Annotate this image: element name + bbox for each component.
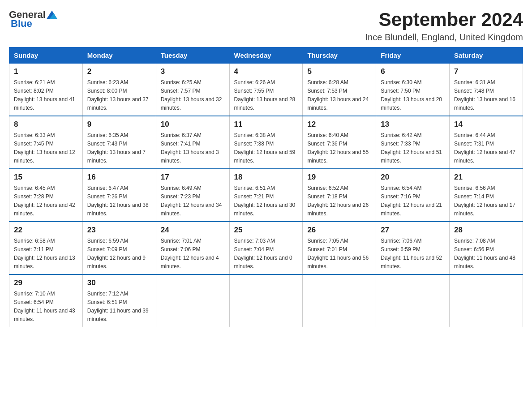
day-info: Sunrise: 6:52 AMSunset: 7:18 PMDaylight:… [307, 185, 369, 217]
day-number: 1 [14, 67, 78, 76]
day-cell [303, 274, 376, 327]
day-cell: 20 Sunrise: 6:54 AMSunset: 7:16 PMDaylig… [376, 169, 450, 222]
day-info: Sunrise: 6:47 AMSunset: 7:26 PMDaylight:… [87, 185, 149, 217]
day-cell: 3 Sunrise: 6:25 AMSunset: 7:57 PMDayligh… [156, 63, 229, 116]
day-number: 2 [87, 67, 151, 76]
day-number: 25 [234, 226, 298, 235]
logo: General Blue [9, 9, 58, 30]
day-number: 29 [14, 278, 78, 287]
day-cell: 25 Sunrise: 7:03 AMSunset: 7:04 PMDaylig… [229, 222, 303, 274]
day-cell: 11 Sunrise: 6:38 AMSunset: 7:38 PMDaylig… [229, 116, 303, 169]
day-number: 5 [307, 67, 371, 76]
week-row-1: 1 Sunrise: 6:21 AMSunset: 8:02 PMDayligh… [9, 63, 523, 116]
day-number: 6 [381, 67, 445, 76]
day-cell [376, 274, 450, 327]
day-info: Sunrise: 6:25 AMSunset: 7:57 PMDaylight:… [161, 79, 222, 111]
day-cell: 27 Sunrise: 7:06 AMSunset: 6:59 PMDaylig… [376, 222, 450, 274]
day-info: Sunrise: 6:56 AMSunset: 7:14 PMDaylight:… [454, 185, 515, 217]
day-cell: 8 Sunrise: 6:33 AMSunset: 7:45 PMDayligh… [9, 116, 83, 169]
week-row-5: 29 Sunrise: 7:10 AMSunset: 6:54 PMDaylig… [9, 274, 523, 327]
day-number: 30 [87, 278, 151, 287]
logo-icon [47, 10, 57, 19]
day-number: 27 [381, 226, 445, 235]
day-info: Sunrise: 6:45 AMSunset: 7:28 PMDaylight:… [14, 185, 75, 217]
day-info: Sunrise: 6:40 AMSunset: 7:36 PMDaylight:… [307, 132, 369, 164]
day-info: Sunrise: 6:54 AMSunset: 7:16 PMDaylight:… [381, 185, 442, 217]
day-info: Sunrise: 6:35 AMSunset: 7:43 PMDaylight:… [87, 132, 146, 164]
day-cell: 14 Sunrise: 6:44 AMSunset: 7:31 PMDaylig… [450, 116, 523, 169]
day-info: Sunrise: 7:03 AMSunset: 7:04 PMDaylight:… [234, 238, 292, 270]
day-info: Sunrise: 6:37 AMSunset: 7:41 PMDaylight:… [161, 132, 219, 164]
day-number: 11 [234, 120, 298, 129]
month-year-title: September 2024 [365, 9, 523, 30]
day-cell: 6 Sunrise: 6:30 AMSunset: 7:50 PMDayligh… [376, 63, 450, 116]
day-info: Sunrise: 6:31 AMSunset: 7:48 PMDaylight:… [454, 79, 515, 111]
day-number: 13 [381, 120, 445, 129]
day-number: 8 [14, 120, 78, 129]
day-number: 18 [234, 173, 298, 182]
location-subtitle: Ince Blundell, England, United Kingdom [365, 32, 523, 43]
day-cell: 26 Sunrise: 7:05 AMSunset: 7:01 PMDaylig… [303, 222, 376, 274]
day-cell [156, 274, 229, 327]
day-cell: 18 Sunrise: 6:51 AMSunset: 7:21 PMDaylig… [229, 169, 303, 222]
header-thursday: Thursday [303, 47, 376, 63]
week-row-3: 15 Sunrise: 6:45 AMSunset: 7:28 PMDaylig… [9, 169, 523, 222]
day-cell: 21 Sunrise: 6:56 AMSunset: 7:14 PMDaylig… [450, 169, 523, 222]
day-info: Sunrise: 6:30 AMSunset: 7:50 PMDaylight:… [381, 79, 442, 111]
day-info: Sunrise: 6:49 AMSunset: 7:23 PMDaylight:… [161, 185, 222, 217]
day-info: Sunrise: 6:28 AMSunset: 7:53 PMDaylight:… [307, 79, 369, 111]
week-row-4: 22 Sunrise: 6:58 AMSunset: 7:11 PMDaylig… [9, 222, 523, 274]
day-cell [229, 274, 303, 327]
day-number: 10 [161, 120, 225, 129]
header-sunday: Sunday [9, 47, 83, 63]
header-tuesday: Tuesday [156, 47, 229, 63]
title-block: September 2024 Ince Blundell, England, U… [365, 9, 523, 43]
day-info: Sunrise: 6:23 AMSunset: 8:00 PMDaylight:… [87, 79, 149, 111]
day-cell: 9 Sunrise: 6:35 AMSunset: 7:43 PMDayligh… [82, 116, 156, 169]
day-number: 7 [454, 67, 518, 76]
day-cell: 13 Sunrise: 6:42 AMSunset: 7:33 PMDaylig… [376, 116, 450, 169]
day-number: 16 [87, 173, 151, 182]
day-info: Sunrise: 6:44 AMSunset: 7:31 PMDaylight:… [454, 132, 515, 164]
day-cell: 1 Sunrise: 6:21 AMSunset: 8:02 PMDayligh… [9, 63, 83, 116]
day-cell: 7 Sunrise: 6:31 AMSunset: 7:48 PMDayligh… [450, 63, 523, 116]
day-info: Sunrise: 6:59 AMSunset: 7:09 PMDaylight:… [87, 238, 146, 270]
day-number: 20 [381, 173, 445, 182]
day-info: Sunrise: 6:38 AMSunset: 7:38 PMDaylight:… [234, 132, 296, 164]
day-cell: 23 Sunrise: 6:59 AMSunset: 7:09 PMDaylig… [82, 222, 156, 274]
header-saturday: Saturday [450, 47, 523, 63]
day-info: Sunrise: 7:12 AMSunset: 6:51 PMDaylight:… [87, 291, 149, 322]
day-cell: 22 Sunrise: 6:58 AMSunset: 7:11 PMDaylig… [9, 222, 83, 274]
weekday-header-row: Sunday Monday Tuesday Wednesday Thursday… [9, 47, 523, 63]
day-cell: 4 Sunrise: 6:26 AMSunset: 7:55 PMDayligh… [229, 63, 303, 116]
day-info: Sunrise: 6:26 AMSunset: 7:55 PMDaylight:… [234, 79, 296, 111]
day-number: 21 [454, 173, 518, 182]
day-info: Sunrise: 6:21 AMSunset: 8:02 PMDaylight:… [14, 79, 75, 111]
logo-blue: Blue [11, 18, 32, 30]
day-number: 28 [454, 226, 518, 235]
week-row-2: 8 Sunrise: 6:33 AMSunset: 7:45 PMDayligh… [9, 116, 523, 169]
day-info: Sunrise: 6:33 AMSunset: 7:45 PMDaylight:… [14, 132, 75, 164]
day-cell: 29 Sunrise: 7:10 AMSunset: 6:54 PMDaylig… [9, 274, 83, 327]
header-monday: Monday [82, 47, 156, 63]
day-cell: 28 Sunrise: 7:08 AMSunset: 6:56 PMDaylig… [450, 222, 523, 274]
day-number: 23 [87, 226, 151, 235]
day-cell [450, 274, 523, 327]
day-cell: 12 Sunrise: 6:40 AMSunset: 7:36 PMDaylig… [303, 116, 376, 169]
day-cell: 30 Sunrise: 7:12 AMSunset: 6:51 PMDaylig… [82, 274, 156, 327]
day-number: 17 [161, 173, 225, 182]
header-friday: Friday [376, 47, 450, 63]
day-info: Sunrise: 7:10 AMSunset: 6:54 PMDaylight:… [14, 291, 75, 322]
day-info: Sunrise: 7:05 AMSunset: 7:01 PMDaylight:… [307, 238, 369, 270]
day-info: Sunrise: 7:08 AMSunset: 6:56 PMDaylight:… [454, 238, 515, 270]
day-number: 22 [14, 226, 78, 235]
day-cell: 16 Sunrise: 6:47 AMSunset: 7:26 PMDaylig… [82, 169, 156, 222]
header-wednesday: Wednesday [229, 47, 303, 63]
day-cell: 15 Sunrise: 6:45 AMSunset: 7:28 PMDaylig… [9, 169, 83, 222]
day-cell: 5 Sunrise: 6:28 AMSunset: 7:53 PMDayligh… [303, 63, 376, 116]
day-cell: 17 Sunrise: 6:49 AMSunset: 7:23 PMDaylig… [156, 169, 229, 222]
day-number: 26 [307, 226, 371, 235]
day-number: 12 [307, 120, 371, 129]
day-info: Sunrise: 6:42 AMSunset: 7:33 PMDaylight:… [381, 132, 442, 164]
calendar-table: Sunday Monday Tuesday Wednesday Thursday… [9, 47, 523, 327]
